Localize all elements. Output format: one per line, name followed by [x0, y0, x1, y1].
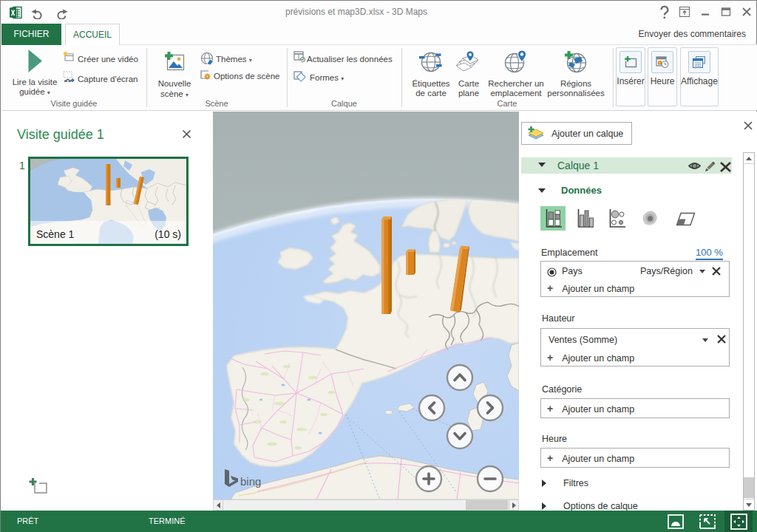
svg-text:Scène 1: Scène 1: [36, 228, 75, 240]
svg-text:(10 s): (10 s): [155, 228, 181, 240]
svg-text:bing: bing: [240, 475, 261, 488]
